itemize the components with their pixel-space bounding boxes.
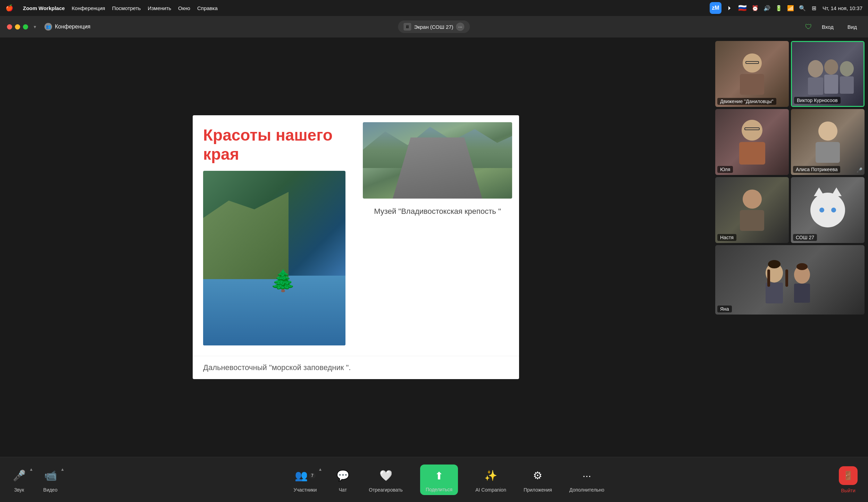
share-label: Поделиться [426,487,452,492]
participant-3-glasses [744,127,760,130]
svg-point-0 [808,60,823,77]
menubar-time: Чт, 14 ноя, 10:37 [823,5,862,11]
minimize-button[interactable] [15,24,20,30]
participant-tile-5[interactable]: Настя [715,177,789,243]
participant-1-figure [740,53,764,95]
participant-2-figure [796,50,859,98]
ai-companion-button[interactable]: ✨ AI Companion [475,467,506,493]
participant-6-video [791,177,865,243]
coastal-tree-icon: 🌲 [270,268,296,293]
video-button[interactable]: 📹 Видео ▲ [42,467,59,493]
more-icon: ··· [578,467,595,484]
sound-button[interactable]: 🎤 Звук ▲ [10,467,28,493]
exit-button[interactable]: 🚪 Выйти [839,466,858,493]
participant-tile-1[interactable]: Движение "Даниловцы" [715,41,789,107]
participants-button[interactable]: 👥 7 Участники ▲ [293,467,317,493]
participant-1-head [743,53,762,73]
sound-chevron-icon: ▲ [29,467,33,472]
participants-badge: 7 [309,473,316,478]
participant-4-figure [816,122,840,163]
view-button[interactable]: Вид [843,23,861,31]
participant-3-figure [739,120,765,165]
svg-rect-1 [808,77,823,95]
more-label: Дополнительно [569,487,604,493]
participant-3-label: Юля [717,166,733,173]
battery-icon: 🔋 [775,5,782,11]
participants-panel: Движение "Даниловцы" Виктор Курносоов [712,37,868,457]
apps-label: Приложения [524,487,552,493]
svg-point-2 [824,59,838,75]
participant-5-figure [740,190,764,231]
control-center-icon[interactable]: ⊞ [811,5,818,11]
participant-5-head [743,190,762,209]
more-options-button[interactable]: ··· [456,23,465,31]
slide-left: Красоты нашего края 🌲 [193,115,356,356]
cat-ears [814,187,842,196]
participant-3-body [739,142,765,165]
exit-icon: 🚪 [839,466,858,485]
menubar: 🍎 Zoom Workplace Конференция Посмотреть … [0,0,868,16]
apps-button[interactable]: ⚙ Приложения [524,467,552,493]
menubar-edit[interactable]: Изменить [148,5,171,11]
participant-tile-6[interactable]: СОШ 27 [791,177,865,243]
ai-label: AI Companion [475,487,506,493]
slide-bottom: Дальневосточный "морской заповедник ". [193,356,519,379]
chat-button[interactable]: 💬 Чат [334,467,351,493]
participants-label: Участники [293,487,317,493]
slide-title: Красоты нашего края [203,126,345,164]
more-button[interactable]: ··· Дополнительно [569,467,604,493]
menubar-app-name[interactable]: Zoom Workplace [23,5,65,11]
cat-ear-left [814,187,824,196]
menubar-window[interactable]: Окно [178,5,190,11]
cat-ear-right [831,187,842,196]
svg-rect-13 [785,269,788,287]
search-icon[interactable]: 🔍 [799,5,806,11]
share-icon: ⬆ [431,467,448,485]
menubar-right: zM ⏵ 🇷🇺 ⏰ 🔊 🔋 📶 🔍 ⊞ Чт, 14 ноя, 10:37 [710,2,862,14]
participant-3-video [715,109,789,175]
maximize-button[interactable] [23,24,28,30]
sound-label: Звук [14,487,24,493]
share-button[interactable]: ⬆ Поделиться [420,465,458,495]
participants-icon: 👥 7 [297,467,314,484]
participant-tile-2[interactable]: Виктор Курносоов [791,41,865,107]
volume-icon: 🔊 [763,5,770,11]
menubar-conference[interactable]: Конференция [72,5,105,11]
apple-menu[interactable]: 🍎 [6,4,13,12]
svg-rect-5 [840,76,854,94]
participant-tile-7[interactable]: Яна [715,245,865,315]
slide-caption2: Музей "Владивостокская крепость " [363,204,512,219]
chat-label: Чат [339,487,347,493]
participant-6-label: СОШ 27 [793,234,817,241]
participant-6-cat [810,193,845,227]
participant-1-glasses [745,61,759,64]
participant-7-label: Яна [717,306,732,312]
close-button[interactable] [7,24,12,30]
chat-icon: 💬 [334,467,351,484]
coastal-cliff [203,192,289,279]
participant-tile-4[interactable]: 🎤 Алиса Потрикеева [791,109,865,175]
security-icon: 🛡 [805,23,812,31]
video-chevron-icon: ▲ [60,467,65,472]
participant-tile-3[interactable]: Юля [715,109,789,175]
conference-label: 👥 Конференция [44,23,91,31]
slide-caption1: Дальневосточный "морской заповедник ". [203,363,509,372]
screen-share-indicator: 🖥 Экран (СОШ 27) ··· [398,20,470,33]
participant-4-video [791,109,865,175]
menubar-help[interactable]: Справка [197,5,218,11]
wifi-icon: 📶 [787,5,794,11]
screen-icon: 🖥 [403,23,411,31]
road-image [363,122,512,199]
login-button[interactable]: Вход [818,23,838,31]
react-label: Отреагировать [369,487,403,493]
svg-point-11 [796,263,808,270]
participant-7-video [715,245,865,315]
ai-icon: ✨ [482,467,500,484]
svg-rect-10 [794,284,810,303]
menubar-view[interactable]: Посмотреть [112,5,141,11]
participant-4-body [816,142,840,163]
react-icon: 🤍 [377,467,394,484]
react-button[interactable]: 🤍 Отреагировать [369,467,403,493]
participant-2-label: Виктор Курносоов [794,97,841,104]
slide-right: Музей "Владивостокская крепость " [356,115,519,356]
